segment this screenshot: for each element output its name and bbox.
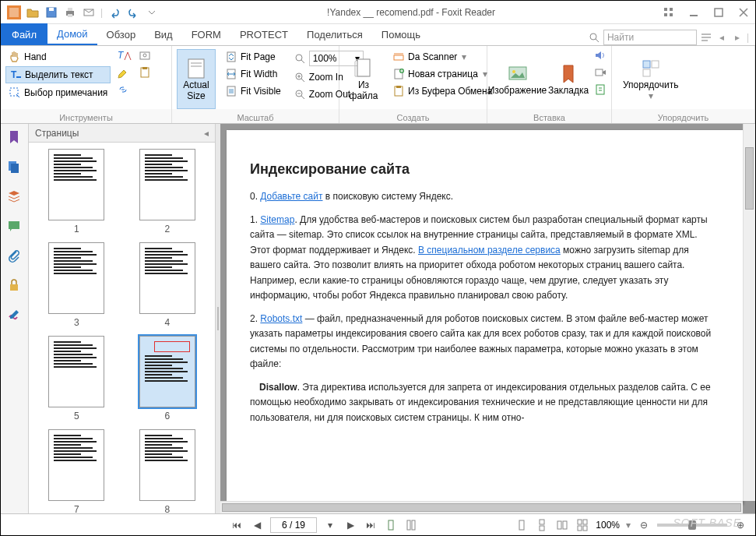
tab-form[interactable]: FORM: [182, 23, 230, 45]
search-input[interactable]: Найти: [603, 30, 697, 45]
link-special-section[interactable]: В специальном разделе сервиса: [418, 245, 561, 256]
fit-width-button[interactable]: Fit Width: [222, 66, 284, 82]
svg-rect-20: [16, 76, 21, 78]
tab-protect[interactable]: PROTECT: [230, 23, 297, 45]
thumbnail-page-3[interactable]: [48, 242, 104, 314]
bookmark-button[interactable]: Закладка: [549, 49, 588, 109]
open-icon[interactable]: [26, 5, 40, 19]
fit-page-button[interactable]: Fit Page: [222, 49, 284, 65]
snapshot-icon[interactable]: [139, 49, 151, 62]
thumbnail-page-5[interactable]: [48, 336, 104, 407]
tab-review[interactable]: Обзор: [97, 23, 146, 45]
view-mode-2-icon[interactable]: [404, 518, 418, 532]
nav-panel: [1, 124, 29, 513]
link-icon[interactable]: [117, 83, 132, 96]
page-input[interactable]: 6 / 19: [270, 517, 317, 533]
thumbnail-page-8[interactable]: [139, 429, 195, 501]
clipboard-icon[interactable]: [139, 66, 151, 79]
doc-p3: Disallow. Эта директива используется для…: [250, 379, 719, 425]
minimize-icon[interactable]: [688, 7, 699, 18]
audio-icon[interactable]: [594, 49, 607, 62]
save-icon[interactable]: [44, 5, 58, 19]
comments-nav-icon[interactable]: [7, 219, 23, 235]
tab-help[interactable]: Помощь: [372, 23, 430, 45]
svg-rect-3: [49, 8, 54, 11]
maximize-icon[interactable]: [713, 7, 724, 18]
from-file-button[interactable]: Из файла: [344, 49, 383, 109]
continuous-icon[interactable]: [535, 518, 549, 532]
fit-visible-button[interactable]: Fit Visible: [222, 83, 284, 99]
text-style-icon[interactable]: T: [117, 49, 132, 62]
pages-nav-icon[interactable]: [7, 160, 23, 175]
thumbnail-page-4[interactable]: [139, 242, 195, 314]
redo-icon[interactable]: [126, 5, 140, 19]
search-options-icon[interactable]: [700, 31, 712, 44]
next-page-button[interactable]: ▶: [343, 518, 357, 532]
view-mode-1-icon[interactable]: [384, 518, 398, 532]
svg-rect-60: [412, 520, 415, 530]
insert-group-label: Вставка: [487, 109, 611, 123]
thumb-number: 3: [74, 317, 79, 328]
video-icon[interactable]: [594, 66, 607, 79]
da-scanner-button[interactable]: Da Scanner▾: [389, 49, 495, 65]
undo-icon[interactable]: [107, 5, 121, 19]
security-nav-icon[interactable]: [7, 278, 23, 294]
select-annotation-tool[interactable]: Выбор примечания: [5, 85, 111, 100]
svg-rect-49: [596, 69, 603, 76]
tab-view[interactable]: Вид: [145, 23, 182, 45]
email-icon[interactable]: [82, 5, 96, 19]
search-prev[interactable]: ◂: [716, 30, 728, 45]
svg-point-34: [296, 55, 302, 61]
layers-nav-icon[interactable]: [7, 189, 23, 205]
link-sitemap[interactable]: Sitemap: [260, 214, 294, 225]
thumbnail-page-6[interactable]: [139, 336, 195, 407]
signatures-nav-icon[interactable]: [7, 308, 23, 323]
document-scroll[interactable]: Индексирование сайта 0. Добавьте сайт в …: [220, 124, 755, 513]
ribbon-options-icon[interactable]: [663, 7, 674, 18]
qat-dropdown-icon[interactable]: [145, 5, 159, 19]
doc-p0: 0. Добавьте сайт в поисковую систему Янд…: [250, 189, 719, 204]
svg-rect-46: [396, 86, 401, 88]
search-next[interactable]: ▸: [731, 30, 744, 45]
search-icon[interactable]: [588, 31, 600, 44]
from-clipboard-button[interactable]: Из Буфера Обмена: [389, 83, 495, 99]
single-page-icon[interactable]: [515, 518, 529, 532]
facing-icon[interactable]: [555, 518, 569, 532]
svg-rect-9: [670, 8, 673, 11]
horizontal-scrollbar[interactable]: [220, 501, 743, 513]
continuous-facing-icon[interactable]: [575, 518, 589, 532]
page-dropdown[interactable]: ▾: [323, 518, 337, 532]
bookmarks-nav-icon[interactable]: [7, 130, 23, 146]
thumb-number: 8: [164, 504, 170, 513]
last-page-button[interactable]: ⏭: [364, 518, 378, 532]
thumbnail-page-1[interactable]: [48, 149, 104, 220]
select-text-tool[interactable]: TВыделить текст: [5, 66, 111, 83]
svg-line-35: [301, 60, 304, 63]
tab-home[interactable]: Домой: [47, 23, 97, 45]
attachment-icon[interactable]: [594, 83, 607, 96]
close-panel-icon[interactable]: ◂: [204, 128, 209, 139]
thumbnail-page-2[interactable]: [139, 149, 195, 220]
image-button[interactable]: Изображение: [492, 49, 543, 109]
file-tab[interactable]: Файл: [1, 23, 47, 45]
vertical-scrollbar[interactable]: [743, 124, 755, 501]
close-icon[interactable]: [738, 7, 749, 18]
link-robots[interactable]: Robots.txt: [260, 313, 302, 324]
actual-size-button[interactable]: Actual Size: [177, 49, 216, 109]
link-add-site[interactable]: Добавьте сайт: [260, 191, 322, 202]
arrange-button[interactable]: Упорядочить ▾: [617, 49, 684, 109]
highlight-icon[interactable]: [117, 66, 132, 79]
print-icon[interactable]: [63, 5, 77, 19]
hand-tool[interactable]: Hand: [5, 49, 111, 65]
svg-rect-6: [68, 14, 72, 17]
prev-page-button[interactable]: ◀: [250, 518, 264, 532]
new-page-button[interactable]: Новая страница▾: [389, 66, 495, 82]
attachments-nav-icon[interactable]: [7, 249, 23, 264]
thumbnail-page-7[interactable]: [48, 429, 104, 501]
svg-rect-16: [701, 34, 711, 35]
first-page-button[interactable]: ⏮: [230, 518, 244, 532]
tab-share[interactable]: Поделиться: [297, 23, 372, 45]
zoom-out-status[interactable]: ⊖: [637, 518, 651, 532]
quick-access-toolbar: |: [7, 5, 159, 19]
thumbnails[interactable]: 12345678: [29, 143, 215, 513]
